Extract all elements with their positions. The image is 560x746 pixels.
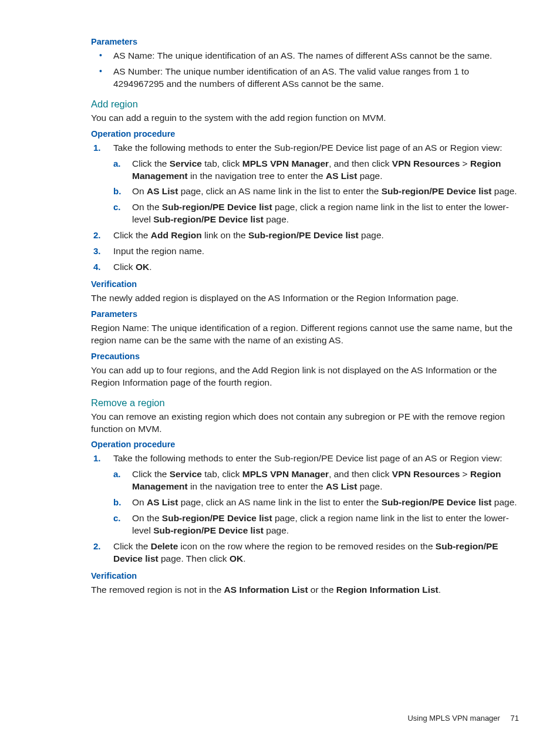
procedure-list: Take the following methods to enter the … (91, 142, 519, 274)
b: OK (136, 262, 149, 272)
t: in the navigation tree to enter the (188, 481, 326, 491)
parameters-list: AS Name: The unique identification of an… (91, 50, 519, 90)
bullet-text: AS Number: The unique number identificat… (113, 66, 469, 89)
body-text: You can add up to four regions, and the … (91, 364, 519, 389)
heading-operation-procedure: Operation procedure (91, 129, 519, 139)
t: icon on the row where the region to be r… (178, 541, 436, 551)
heading-remove-region: Remove a region (91, 397, 519, 409)
procedure-list: Take the following methods to enter the … (91, 453, 519, 565)
t: , and then click (329, 158, 392, 168)
t: Click the (132, 158, 170, 168)
t: tab, click (202, 158, 242, 168)
b: Sub-region/PE Device list (162, 513, 272, 523)
page-footer: Using MPLS VPN manager 71 (407, 714, 519, 723)
b: AS List (147, 186, 178, 196)
step-text: Take the following methods to enter the … (113, 143, 502, 153)
t: page. (264, 525, 289, 535)
body-text: The removed region is not in the AS Info… (91, 584, 519, 596)
b: VPN Resources (392, 469, 460, 479)
t: . (243, 553, 245, 563)
substeps: Click the Service tab, click MPLS VPN Ma… (113, 158, 519, 227)
t: Click (113, 262, 136, 272)
b: AS Information List (224, 585, 308, 595)
b: Delete (151, 541, 178, 551)
t: > (460, 158, 470, 168)
bullet-text: AS Name: The unique identification of an… (113, 50, 492, 60)
t: or the (308, 585, 336, 595)
substeps: Click the Service tab, click MPLS VPN Ma… (113, 468, 519, 537)
t: page, click an AS name link in the list … (178, 497, 381, 507)
step-1: Take the following methods to enter the … (91, 142, 519, 227)
t: Click the (113, 541, 151, 551)
step-text: Take the following methods to enter the … (113, 453, 502, 463)
heading-verification: Verification (91, 279, 519, 289)
heading-verification: Verification (91, 571, 519, 580)
b: AS List (326, 481, 357, 491)
b: Service (170, 469, 202, 479)
b: OK (230, 553, 243, 563)
t: > (460, 469, 470, 479)
step-3: Input the region name. (91, 245, 519, 258)
t: page. (357, 481, 382, 491)
substep-a: Click the Service tab, click MPLS VPN Ma… (113, 468, 519, 493)
b: Service (170, 158, 202, 168)
substep-b: On AS List page, click an AS name link i… (113, 185, 519, 198)
b: Sub-region/PE Device list (382, 497, 492, 507)
t: Click the (113, 230, 151, 240)
t: Input the region name. (113, 246, 204, 256)
substep-c: On the Sub-region/PE Device list page, c… (113, 512, 519, 537)
footer-text: Using MPLS VPN manager (407, 714, 500, 723)
page-number: 71 (511, 714, 519, 723)
b: MPLS VPN Manager (242, 158, 329, 168)
t: page. (264, 214, 289, 224)
b: Region Information List (336, 585, 438, 595)
t: On (132, 186, 147, 196)
b: VPN Resources (392, 158, 460, 168)
t: On the (132, 202, 162, 212)
step-2: Click the Delete icon on the row where t… (91, 541, 519, 565)
b: Sub-region/PE Device list (162, 202, 272, 212)
b: Sub-region/PE Device list (153, 525, 264, 535)
body-text: You can remove an existing region which … (91, 411, 519, 436)
substep-c: On the Sub-region/PE Device list page, c… (113, 201, 519, 226)
body-text: The newly added region is displayed on t… (91, 292, 519, 305)
step-2: Click the Add Region link on the Sub-reg… (91, 229, 519, 242)
list-item: AS Number: The unique number identificat… (97, 66, 519, 90)
t: page. (492, 497, 517, 507)
body-text: Region Name: The unique identification o… (91, 322, 519, 347)
substep-b: On AS List page, click an AS name link i… (113, 497, 519, 509)
list-item: AS Name: The unique identification of an… (97, 50, 519, 62)
step-1: Take the following methods to enter the … (91, 453, 519, 537)
t: . (438, 585, 441, 595)
b: Sub-region/PE Device list (382, 186, 492, 196)
t: page. (492, 186, 517, 196)
body-text: You can add a reguin to the system with … (91, 112, 519, 124)
t: , and then click (329, 469, 392, 479)
heading-parameters: Parameters (91, 37, 519, 46)
b: Add Region (151, 230, 202, 240)
t: tab, click (202, 469, 242, 479)
substep-a: Click the Service tab, click MPLS VPN Ma… (113, 158, 519, 183)
t: The removed region is not in the (91, 585, 224, 595)
b: AS List (147, 497, 178, 507)
b: MPLS VPN Manager (242, 469, 329, 479)
heading-precautions: Precautions (91, 352, 519, 361)
t: On the (132, 513, 162, 523)
b: Sub-region/PE Device list (248, 230, 359, 240)
heading-parameters: Parameters (91, 309, 519, 319)
heading-add-region: Add region (91, 99, 519, 110)
t: in the navigation tree to enter the (188, 171, 326, 181)
t: page, click an AS name link in the list … (178, 186, 381, 196)
b: AS List (326, 171, 357, 181)
t: page. (357, 171, 382, 181)
b: Sub-region/PE Device list (153, 214, 264, 224)
t: Click the (132, 469, 170, 479)
t: page. (359, 230, 384, 240)
t: link on the (202, 230, 248, 240)
t: . (149, 262, 151, 272)
heading-operation-procedure: Operation procedure (91, 440, 519, 449)
document-page: Parameters AS Name: The unique identific… (0, 0, 560, 746)
t: page. Then click (158, 553, 230, 563)
step-4: Click OK. (91, 261, 519, 274)
t: On (132, 497, 147, 507)
